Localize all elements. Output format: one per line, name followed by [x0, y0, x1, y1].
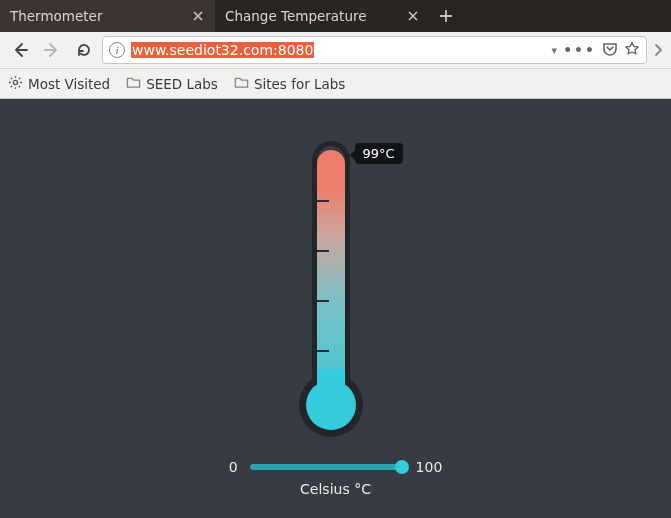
- thermometer-bulb: [306, 380, 356, 430]
- bookmark-label: Most Visited: [28, 76, 110, 92]
- thermometer-tick: [317, 200, 329, 202]
- back-button[interactable]: [6, 36, 34, 64]
- close-icon[interactable]: [406, 9, 420, 23]
- reload-button[interactable]: [70, 36, 98, 64]
- bookmarks-bar: Most Visited SEED Labs Sites for Labs: [0, 69, 671, 99]
- bookmark-sites-for-labs[interactable]: Sites for Labs: [234, 75, 346, 93]
- bookmark-label: Sites for Labs: [254, 76, 346, 92]
- tab-change-temperature[interactable]: Change Temperature: [215, 0, 430, 32]
- info-icon[interactable]: i: [109, 42, 125, 58]
- folder-icon: [126, 75, 141, 93]
- forward-button[interactable]: [38, 36, 66, 64]
- thermometer-tube: [312, 141, 350, 401]
- pocket-icon[interactable]: [602, 41, 618, 60]
- bookmark-seed-labs[interactable]: SEED Labs: [126, 75, 218, 93]
- unit-label: Celsius °C: [300, 481, 371, 497]
- temperature-badge: 99°C: [355, 143, 403, 164]
- tab-strip: Thermometer Change Temperature: [0, 0, 671, 32]
- slider-max-label: 100: [416, 459, 443, 475]
- slider-min-label: 0: [229, 459, 238, 475]
- close-icon[interactable]: [191, 9, 205, 23]
- chevron-down-icon[interactable]: ▾: [552, 44, 558, 57]
- temperature-slider[interactable]: [250, 464, 404, 470]
- star-icon[interactable]: [624, 41, 640, 60]
- tab-title: Change Temperature: [225, 8, 406, 24]
- gear-icon: [8, 75, 23, 93]
- slider-fill: [250, 464, 402, 470]
- page-actions-icon[interactable]: •••: [563, 42, 596, 58]
- page-content: 99°C 0 100 Celsius °C: [0, 99, 671, 518]
- slider-thumb[interactable]: [395, 460, 409, 474]
- url-text: www.seediot32.com:8080: [131, 42, 546, 58]
- url-bar[interactable]: i www.seediot32.com:8080 ▾ •••: [102, 36, 647, 64]
- tab-title: Thermometer: [10, 8, 191, 24]
- tab-thermometer[interactable]: Thermometer: [0, 0, 215, 32]
- bookmark-label: SEED Labs: [146, 76, 218, 92]
- new-tab-button[interactable]: [430, 0, 462, 32]
- thermometer-tick: [317, 250, 329, 252]
- overflow-chevron-icon[interactable]: [651, 43, 665, 57]
- thermometer-fill: [317, 150, 345, 401]
- thermometer-tick: [317, 300, 329, 302]
- toolbar: i www.seediot32.com:8080 ▾ •••: [0, 32, 671, 69]
- slider-row: 0 100: [229, 459, 443, 475]
- bookmark-most-visited[interactable]: Most Visited: [8, 75, 110, 93]
- thermometer: 99°C: [276, 141, 396, 441]
- thermometer-tick: [317, 350, 329, 352]
- folder-icon: [234, 75, 249, 93]
- svg-point-0: [13, 80, 17, 84]
